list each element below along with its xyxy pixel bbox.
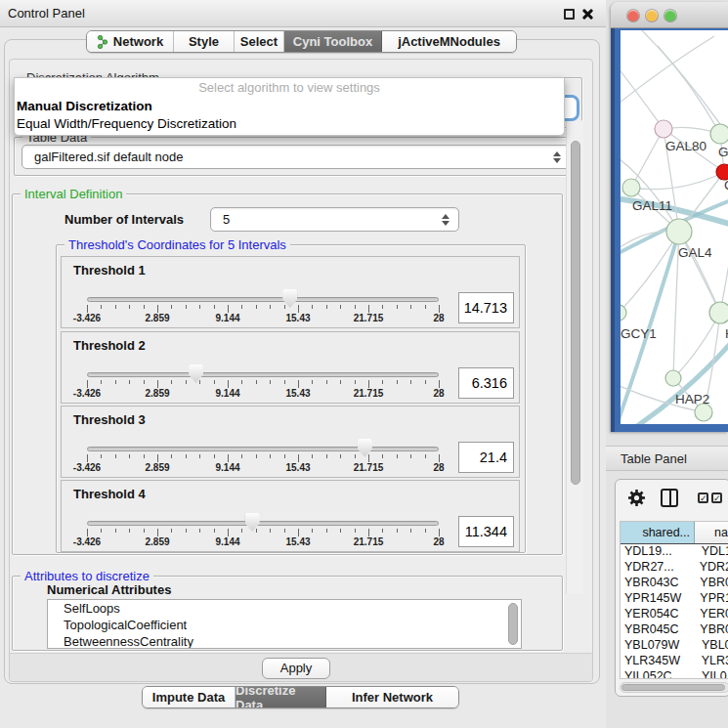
network-node[interactable] <box>666 219 692 244</box>
cell-name: YDR2 <box>694 560 728 576</box>
table-data-combobox[interactable]: galFiltered.sif default node <box>21 145 571 169</box>
tab-network[interactable]: Network <box>87 31 174 52</box>
number-of-intervals-label: Number of Intervals <box>64 212 184 227</box>
tick-mark <box>355 305 356 309</box>
network-view-window: GAL80GACGAL11GAL4GCY1HHAP2 <box>611 2 728 432</box>
table-panel-title: Table Panel <box>621 451 687 466</box>
tick-label: 21.715 <box>354 313 384 323</box>
slider-track[interactable] <box>87 447 439 451</box>
threshold-label: Threshold 3 <box>73 412 146 427</box>
threshold-value-field[interactable]: 14.713 <box>458 292 514 323</box>
cell-shared-name: YER054C <box>621 607 694 622</box>
cell-name: YBR0 <box>694 576 728 591</box>
tab-label: Impute Data <box>152 690 225 705</box>
attribute-item-selfloops[interactable]: SelfLoops <box>48 600 521 617</box>
network-node[interactable] <box>622 179 640 196</box>
node-label-gal4: GAL4 <box>678 245 712 260</box>
checkbox-icon[interactable]: ✓ <box>698 492 708 503</box>
cell-name: YLR3 <box>696 654 728 669</box>
mac-close-icon[interactable] <box>627 10 639 21</box>
table-row[interactable]: YPR145WYPR1 <box>621 591 728 607</box>
slider-tick-labels: -3.4262.8599.14415.4321.71528 <box>87 536 439 548</box>
tick-mark <box>326 454 327 458</box>
tick-mark <box>368 529 369 536</box>
column-header-shared-name[interactable]: shared... <box>621 522 695 543</box>
tick-label: -3.426 <box>73 462 101 473</box>
tab-infer-network[interactable]: Infer Network <box>326 687 458 707</box>
table-row[interactable]: YBR045CYBR0 <box>621 622 728 638</box>
cell-name: YER0 <box>694 607 728 622</box>
tick-label: 2.859 <box>145 313 169 323</box>
tick-mark <box>326 529 327 533</box>
table-row[interactable]: YBL079WYBL0 <box>621 638 728 654</box>
tick-mark <box>241 454 242 458</box>
tab-style[interactable]: Style <box>174 31 235 52</box>
checkbox-icon[interactable]: ✓ <box>711 492 722 503</box>
tab-discretize-data[interactable]: Discretize Data <box>236 687 326 707</box>
attribute-item-betweennesscentrality[interactable]: BetweennessCentrality <box>48 633 521 649</box>
algorithm-option-equal-width[interactable]: Equal Width/Frequency Discretization <box>15 115 564 133</box>
table-row[interactable]: YDL19...YDL1 <box>621 544 728 560</box>
threshold-row-4: Threshold 4-3.4262.8599.14415.4321.71528… <box>61 480 520 552</box>
threshold-row-3: Threshold 3-3.4262.8599.14415.4321.71528… <box>61 406 520 478</box>
apply-button[interactable]: Apply <box>262 658 330 679</box>
slider-track[interactable] <box>87 372 439 377</box>
slider-track[interactable] <box>87 521 439 526</box>
tab-select[interactable]: Select <box>235 31 284 52</box>
table-row[interactable]: YLR345WYLR3 <box>621 654 728 669</box>
attribute-item-topologicalcoefficient[interactable]: TopologicalCoefficient <box>48 617 521 633</box>
network-node[interactable] <box>655 120 672 138</box>
threshold-value-field[interactable]: 6.316 <box>458 367 514 399</box>
tick-mark <box>425 305 426 309</box>
tab-impute-data[interactable]: Impute Data <box>143 687 236 707</box>
node-label-gal11: GAL11 <box>632 198 672 213</box>
tick-mark <box>144 380 145 384</box>
table-hscrollbar-thumb[interactable] <box>621 684 725 691</box>
tick-mark <box>382 380 383 384</box>
table-row[interactable]: YBR043CYBR0 <box>621 576 728 591</box>
interval-definition-title: Interval Definition <box>21 187 126 201</box>
cell-name: YDL1 <box>696 544 728 560</box>
threshold-value-field[interactable]: 21.4 <box>458 442 514 473</box>
cell-shared-name: YLR345W <box>621 654 696 669</box>
numerical-attributes-list[interactable]: SelfLoopsTopologicalCoefficientBetweenne… <box>47 599 522 649</box>
tab-jactivemnodules[interactable]: jActiveMNodules <box>382 31 516 52</box>
mac-minimize-icon[interactable] <box>646 10 658 21</box>
threshold-value-field[interactable]: 11.344 <box>458 516 514 547</box>
algorithm-prompt-item[interactable]: Select algorithm to view settings <box>15 78 564 98</box>
tick-mark <box>326 380 327 384</box>
network-window-titlebar[interactable] <box>611 2 728 28</box>
float-window-icon[interactable] <box>564 9 575 20</box>
cell-shared-name: YDR27... <box>621 560 694 576</box>
cell-name: YPR1 <box>694 591 728 607</box>
attributes-scrollbar[interactable] <box>508 603 518 645</box>
gear-icon[interactable] <box>627 489 646 507</box>
network-canvas[interactable]: GAL80GACGAL11GAL4GCY1HHAP2 <box>621 30 728 424</box>
tick-mark <box>214 305 215 309</box>
tab-cyni-toolbox[interactable]: Cyni Toolbox <box>284 31 382 52</box>
table-row[interactable]: YER054CYER0 <box>621 607 728 622</box>
tick-mark <box>186 305 187 309</box>
column-layout-icon[interactable] <box>661 489 678 507</box>
tab-label: jActiveMNodules <box>398 34 500 49</box>
tick-mark <box>439 305 440 313</box>
number-of-intervals-spinner[interactable]: 5 <box>210 207 459 232</box>
mac-zoom-icon[interactable] <box>664 10 676 21</box>
network-node[interactable] <box>709 302 728 323</box>
attributes-title: Attributes to discretize <box>21 569 153 583</box>
table-panel-header[interactable]: Table Panel <box>606 446 728 471</box>
network-node[interactable] <box>665 370 681 386</box>
table-row[interactable]: YIL052CYIL0 <box>621 669 728 679</box>
table-hscrollbar[interactable] <box>620 682 728 693</box>
slider-track[interactable] <box>87 297 439 302</box>
slider-ticks <box>87 529 439 536</box>
pane-scrollbar-track[interactable] <box>566 120 583 594</box>
network-node[interactable] <box>621 305 626 321</box>
algorithm-option-manual[interactable]: Manual Discretization <box>15 98 564 115</box>
table-row[interactable]: YDR27...YDR2 <box>621 560 728 576</box>
network-node[interactable] <box>710 124 728 144</box>
close-icon[interactable] <box>581 8 594 21</box>
tab-label: Network <box>113 34 163 49</box>
pane-scrollbar-thumb[interactable] <box>571 141 580 485</box>
column-header-name[interactable]: na <box>695 522 728 543</box>
